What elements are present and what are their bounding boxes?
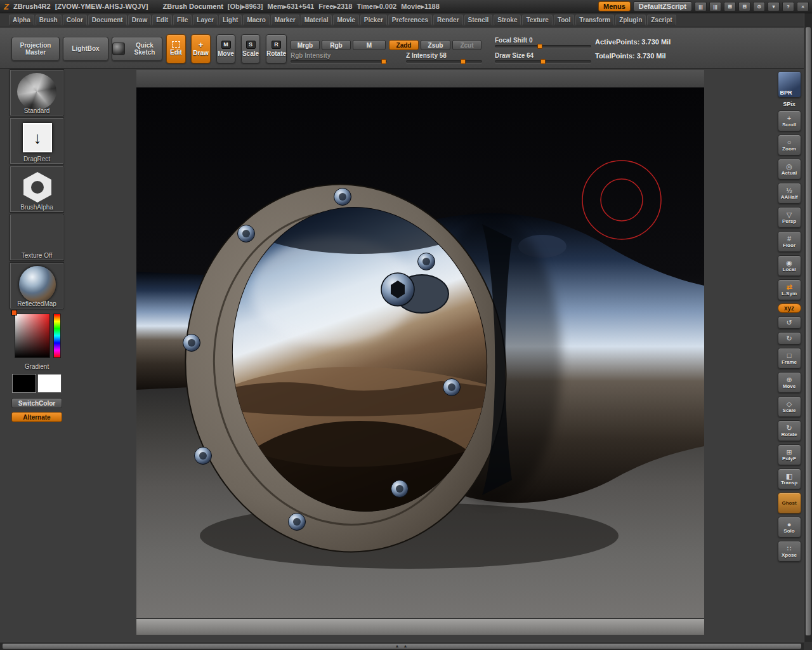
lsym-button[interactable]: ⇄ L.Sym bbox=[778, 279, 801, 300]
edit-mode-button[interactable]: Edit bbox=[166, 34, 186, 63]
z-intensity-handle[interactable] bbox=[461, 59, 466, 64]
polyframe-button[interactable]: ⊞ PolyF bbox=[778, 444, 801, 465]
scale-3d-button[interactable]: ◇ Scale bbox=[778, 396, 801, 417]
menu-item-tool[interactable]: Tool bbox=[554, 15, 574, 25]
xyz-symmetry-button[interactable]: xyz bbox=[778, 303, 801, 313]
zadd-toggle[interactable]: Zadd bbox=[389, 40, 419, 50]
vertical-scrollbar-thumb[interactable] bbox=[806, 27, 811, 635]
move-mode-button[interactable]: M Move bbox=[216, 34, 235, 63]
minimize-icon[interactable]: ▾ bbox=[768, 2, 780, 11]
alternate-button[interactable]: Alternate bbox=[11, 412, 62, 422]
current-stroke-button[interactable]: ↓ DragRect bbox=[10, 118, 63, 164]
solo-button[interactable]: ● Solo bbox=[778, 517, 801, 538]
local-symmetry-button[interactable]: ◉ Local bbox=[778, 255, 801, 276]
menu-item-marker[interactable]: Marker bbox=[271, 15, 299, 25]
menu-item-file[interactable]: File bbox=[173, 15, 192, 25]
rgb-toggle[interactable]: Rgb bbox=[322, 40, 351, 50]
quick-sketch-button[interactable]: Quick Sketch bbox=[112, 37, 162, 61]
document-viewport[interactable] bbox=[136, 88, 704, 618]
gradient-label[interactable]: Gradient bbox=[25, 363, 49, 370]
actual-size-button[interactable]: ◎ Actual bbox=[778, 159, 801, 180]
color-picker[interactable] bbox=[10, 311, 63, 362]
floor-grid-button[interactable]: # Floor bbox=[778, 231, 801, 252]
menu-item-texture[interactable]: Texture bbox=[522, 15, 552, 25]
rotate-cw-button[interactable]: ↻ bbox=[778, 332, 801, 345]
xpose-button[interactable]: ∷ Xpose bbox=[778, 541, 801, 562]
help-icon[interactable]: ? bbox=[782, 2, 794, 11]
current-texture-button[interactable]: Texture Off bbox=[10, 215, 63, 260]
menus-button[interactable]: Menus bbox=[598, 1, 631, 11]
menu-item-edit[interactable]: Edit bbox=[152, 15, 172, 25]
aahalf-button[interactable]: ½ AAHalf bbox=[778, 183, 801, 204]
scroll-shelf-left-icon[interactable]: ||| bbox=[695, 2, 707, 11]
rotate-3d-button[interactable]: ↻ Rotate bbox=[778, 420, 801, 441]
menu-item-material[interactable]: Material bbox=[301, 15, 332, 25]
current-material-button[interactable]: ReflectedMap bbox=[10, 263, 63, 308]
menu-item-macro[interactable]: Macro bbox=[243, 15, 269, 25]
rgb-intensity-slider[interactable]: Rgb Intensity bbox=[291, 52, 387, 63]
rgb-intensity-handle[interactable] bbox=[381, 59, 386, 64]
menu-item-transform[interactable]: Transform bbox=[575, 15, 614, 25]
lightbox-button[interactable]: LightBox bbox=[63, 37, 108, 61]
secondary-color-swatch[interactable] bbox=[37, 374, 62, 393]
focal-shift-track[interactable] bbox=[495, 45, 591, 48]
menu-item-stroke[interactable]: Stroke bbox=[494, 15, 521, 25]
draw-mode-button[interactable]: + Draw bbox=[191, 34, 211, 63]
zoom-button[interactable]: ○ Zoom bbox=[778, 135, 801, 156]
horizontal-scrollbar[interactable]: ▲ ▲ bbox=[0, 642, 804, 650]
move-3d-button[interactable]: ⊕ Move bbox=[778, 372, 801, 393]
draw-size-slider[interactable]: Draw Size 64 bbox=[495, 52, 591, 63]
default-zscript-button[interactable]: DefaultZScript bbox=[633, 1, 692, 11]
mrgb-toggle[interactable]: Mrgb bbox=[291, 40, 320, 50]
zsub-toggle[interactable]: Zsub bbox=[421, 40, 450, 50]
rotate-ccw-button[interactable]: ↺ bbox=[778, 316, 801, 329]
ghost-transparency-button[interactable]: Ghost bbox=[778, 493, 801, 514]
menu-item-render[interactable]: Render bbox=[433, 15, 462, 25]
z-intensity-track[interactable] bbox=[406, 60, 482, 63]
menu-item-light[interactable]: Light bbox=[219, 15, 242, 25]
draw-size-track[interactable] bbox=[495, 60, 591, 63]
menu-item-zplugin[interactable]: Zplugin bbox=[615, 15, 646, 25]
current-brush-button[interactable]: Standard bbox=[10, 70, 63, 116]
switch-color-button[interactable]: SwitchColor bbox=[11, 398, 62, 408]
actual-icon: ◎ bbox=[786, 162, 792, 170]
hue-strip[interactable] bbox=[53, 314, 61, 358]
draw-size-handle[interactable] bbox=[540, 59, 546, 64]
menu-item-layer[interactable]: Layer bbox=[193, 15, 218, 25]
persp-button[interactable]: ▽ Persp bbox=[778, 207, 801, 228]
menu-item-document[interactable]: Document bbox=[88, 15, 127, 25]
menu-item-zscript[interactable]: Zscript bbox=[647, 15, 676, 25]
menu-item-draw[interactable]: Draw bbox=[128, 15, 151, 25]
bpr-render-button[interactable]: BPR bbox=[778, 71, 801, 98]
frame-button[interactable]: □ Frame bbox=[778, 348, 801, 369]
focal-shift-handle[interactable] bbox=[537, 44, 542, 49]
menu-item-brush[interactable]: Brush bbox=[36, 15, 62, 25]
copy-doc-icon[interactable]: ⊞ bbox=[724, 2, 736, 11]
projection-master-button[interactable]: Projection Master bbox=[11, 37, 60, 61]
main-color-swatch[interactable] bbox=[12, 374, 36, 393]
transparency-button[interactable]: ◧ Transp bbox=[778, 468, 801, 489]
close-icon[interactable]: × bbox=[797, 2, 809, 11]
menu-item-stencil[interactable]: Stencil bbox=[464, 15, 493, 25]
scroll-shelf-right-icon[interactable]: ||| bbox=[709, 2, 721, 11]
scrollbar-center-arrows-icon[interactable]: ▲ ▲ bbox=[395, 644, 409, 648]
lock-icon[interactable]: ⊙ bbox=[753, 2, 765, 11]
rgb-intensity-track[interactable] bbox=[291, 60, 387, 63]
rotate-mode-button[interactable]: R Rotate bbox=[266, 34, 287, 63]
z-intensity-slider[interactable]: Z Intensity 58 bbox=[406, 52, 482, 63]
menu-item-picker[interactable]: Picker bbox=[360, 15, 387, 25]
menu-item-color[interactable]: Color bbox=[63, 15, 87, 25]
scale-mode-button[interactable]: S Scale bbox=[241, 34, 260, 63]
spix-control[interactable]: SPix bbox=[783, 101, 796, 107]
menu-item-alpha[interactable]: Alpha bbox=[9, 15, 34, 25]
vertical-scrollbar[interactable] bbox=[804, 13, 812, 642]
m-toggle[interactable]: M bbox=[353, 40, 386, 50]
zcut-toggle[interactable]: Zcut bbox=[452, 40, 481, 50]
paste-doc-icon[interactable]: ⊟ bbox=[738, 2, 750, 11]
focal-shift-slider[interactable]: Focal Shift 0 bbox=[495, 37, 591, 48]
menu-item-movie[interactable]: Movie bbox=[333, 15, 358, 25]
saturation-value-square[interactable] bbox=[15, 314, 50, 358]
menu-item-preferences[interactable]: Preferences bbox=[388, 15, 432, 25]
current-alpha-button[interactable]: BrushAlpha bbox=[10, 166, 63, 212]
scroll-button[interactable]: + Scroll bbox=[778, 110, 801, 131]
